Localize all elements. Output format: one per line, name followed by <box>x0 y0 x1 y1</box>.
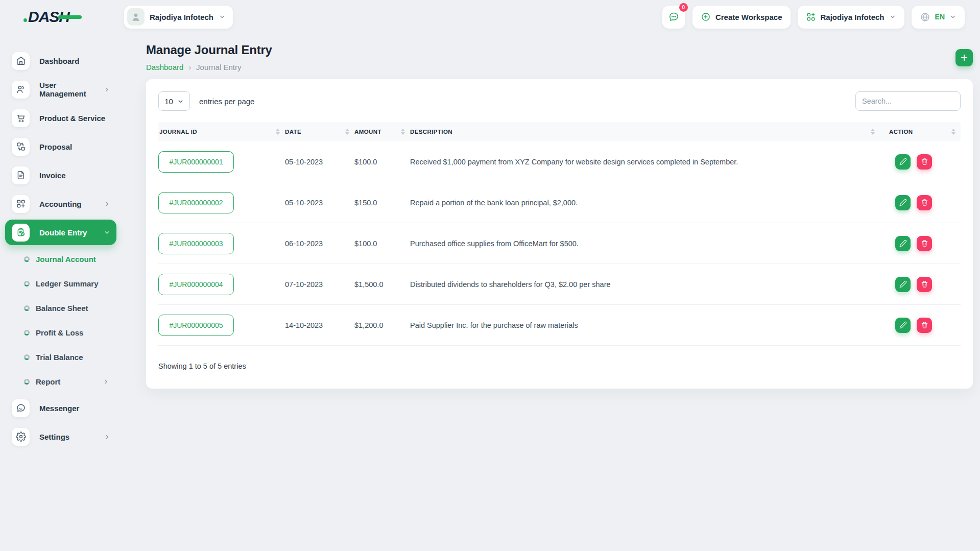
sort-icon[interactable] <box>951 129 955 135</box>
edit-button[interactable] <box>895 318 911 333</box>
sidebar-subitem-ledger-summary[interactable]: Ledger Summary <box>5 271 116 296</box>
delete-button[interactable] <box>917 277 932 292</box>
table-row: #JUR000000005 14-10-2023 $1,200.0 Paid S… <box>158 305 961 346</box>
trash-icon <box>921 280 928 288</box>
journal-id-badge[interactable]: #JUR000000002 <box>158 192 234 213</box>
amount-cell: $150.0 <box>354 199 410 207</box>
chevron-down-icon <box>219 13 226 20</box>
chevron-down-icon <box>104 229 110 236</box>
sidebar-item-settings[interactable]: Settings <box>5 422 116 451</box>
avatar <box>127 8 145 26</box>
table-row: #JUR000000001 05-10-2023 $100.0 Received… <box>158 141 961 182</box>
workspace-label: Rajodiya Infotech <box>150 13 213 21</box>
bullet-icon <box>24 354 30 360</box>
sidebar-subitem-report[interactable]: Report <box>5 369 116 394</box>
header-amount: AMOUNT <box>354 129 410 135</box>
description-cell: Paid Supplier Inc. for the purchase of r… <box>410 321 880 329</box>
sidebar-item-user-management[interactable]: User Management <box>5 75 116 104</box>
edit-button[interactable] <box>895 154 911 170</box>
date-cell: 07-10-2023 <box>285 280 354 289</box>
sort-icon[interactable] <box>345 129 349 135</box>
pencil-icon <box>899 280 907 288</box>
journal-id-badge[interactable]: #JUR000000001 <box>158 151 234 173</box>
sidebar-subitem-profit-loss[interactable]: Profit & Loss <box>5 320 116 345</box>
plus-circle-icon <box>701 12 711 22</box>
sidebar-item-double-entry[interactable]: Double Entry <box>5 220 116 245</box>
notification-badge: 0 <box>679 3 688 12</box>
edit-button[interactable] <box>895 236 911 251</box>
clipboard-clock-icon <box>12 224 30 242</box>
bullet-icon <box>24 256 30 262</box>
logo-area: DASH <box>0 8 122 26</box>
table-summary: Showing 1 to 5 of 5 entries <box>158 362 961 370</box>
table-row: #JUR000000004 07-10-2023 $1,500.0 Distri… <box>158 264 961 305</box>
chevron-right-icon <box>104 201 110 207</box>
delete-button[interactable] <box>917 236 932 251</box>
company-selector[interactable]: Rajodiya Infotech <box>798 6 904 29</box>
sidebar-item-accounting[interactable]: Accounting <box>5 189 116 218</box>
sidebar-subitem-journal-account[interactable]: Journal Account <box>5 247 116 271</box>
trash-icon <box>921 158 928 165</box>
table-row: #JUR000000002 05-10-2023 $150.0 Repaid a… <box>158 182 961 223</box>
chevron-right-icon <box>104 434 110 440</box>
delete-button[interactable] <box>917 318 932 333</box>
sort-icon[interactable] <box>276 129 280 135</box>
chat-bubble-icon <box>668 11 679 22</box>
workspace-selector[interactable]: Rajodiya Infotech <box>124 6 233 29</box>
swap-squares-icon <box>12 138 30 156</box>
language-label: EN <box>935 13 945 21</box>
globe-icon <box>920 12 930 22</box>
language-selector[interactable]: EN <box>912 6 965 29</box>
sidebar-item-messenger[interactable]: Messenger <box>5 394 116 422</box>
create-workspace-button[interactable]: Create Workspace <box>692 6 791 29</box>
amount-cell: $100.0 <box>354 158 410 166</box>
trash-icon <box>921 239 928 247</box>
journal-id-badge[interactable]: #JUR000000003 <box>158 233 234 254</box>
add-journal-entry-button[interactable] <box>955 49 973 66</box>
table-body: #JUR000000001 05-10-2023 $100.0 Received… <box>158 141 961 346</box>
search-input[interactable] <box>855 91 961 111</box>
sort-icon[interactable] <box>401 129 405 135</box>
sidebar-item-dashboard[interactable]: Dashboard <box>5 46 116 75</box>
grid-plus-icon <box>12 195 30 213</box>
chevron-down-icon <box>949 13 957 20</box>
page-size-select[interactable]: 10 <box>158 91 190 111</box>
journal-id-badge[interactable]: #JUR000000004 <box>158 274 234 295</box>
pencil-icon <box>899 321 907 329</box>
messenger-icon <box>12 399 30 417</box>
logo-dash-accent <box>58 15 82 19</box>
page-title: Manage Journal Entry <box>146 43 272 57</box>
delete-button[interactable] <box>917 195 932 210</box>
breadcrumb: Dashboard › Journal Entry <box>146 63 272 71</box>
bullet-icon <box>24 281 30 286</box>
amount-cell: $100.0 <box>354 239 410 248</box>
chat-button[interactable]: 0 <box>662 6 685 29</box>
bullet-icon <box>24 379 30 385</box>
sort-icon[interactable] <box>871 129 875 135</box>
delete-button[interactable] <box>917 154 932 170</box>
sidebar-item-proposal[interactable]: Proposal <box>5 132 116 161</box>
breadcrumb-dashboard-link[interactable]: Dashboard <box>146 63 183 71</box>
journal-table: JOURNAL ID DATE AMOUNT DESCRIPTION <box>158 122 961 370</box>
edit-button[interactable] <box>895 277 911 292</box>
cart-icon <box>12 109 30 127</box>
topbar: DASH Rajodiya Infotech 0 <box>0 0 980 34</box>
header-journal-id: JOURNAL ID <box>158 129 285 135</box>
sidebar-item-invoice[interactable]: Invoice <box>5 161 116 189</box>
description-cell: Distributed dividends to shareholders fo… <box>410 280 880 289</box>
bullet-icon <box>24 305 30 311</box>
description-cell: Repaid a portion of the bank loan princi… <box>410 199 880 207</box>
journal-id-badge[interactable]: #JUR000000005 <box>158 315 234 336</box>
chevron-down-icon <box>177 98 184 105</box>
edit-button[interactable] <box>895 195 911 210</box>
create-workspace-label: Create Workspace <box>715 13 782 21</box>
sidebar-item-product-service[interactable]: Product & Service <box>5 104 116 132</box>
sidebar-subitem-trial-balance[interactable]: Trial Balance <box>5 345 116 369</box>
sidebar-subitem-balance-sheet[interactable]: Balance Sheet <box>5 296 116 320</box>
header-action: ACTION <box>880 129 961 135</box>
app-logo[interactable]: DASH <box>28 8 69 26</box>
main-content: Manage Journal Entry Dashboard › Journal… <box>122 34 980 551</box>
amount-cell: $1,500.0 <box>354 280 410 289</box>
table-header-row: JOURNAL ID DATE AMOUNT DESCRIPTION <box>158 122 961 141</box>
pencil-icon <box>899 239 907 247</box>
